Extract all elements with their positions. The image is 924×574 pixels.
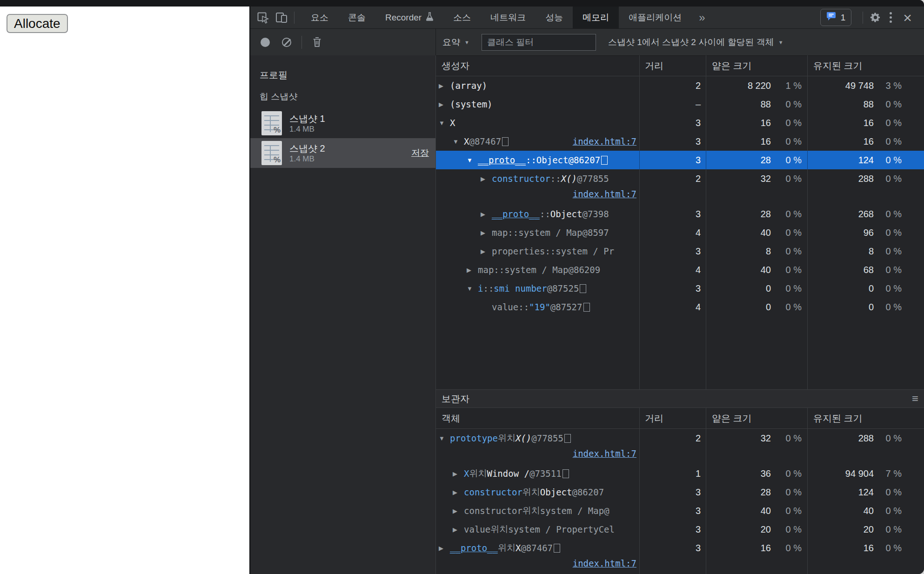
tab-요소[interactable]: 요소 [301,7,338,28]
hamburger-menu-icon[interactable]: ≡ [912,393,918,404]
constructor-row[interactable]: ▶map :: system / Map @862094400 %680 % [436,260,924,279]
expand-arrow-icon[interactable]: ▼ [453,138,464,145]
trash-icon[interactable] [312,37,322,47]
expand-arrow-icon[interactable]: ▼ [439,435,450,442]
constructor-row[interactable]: ▶__proto__ :: Object @73983280 %2680 % [436,205,924,223]
distance-cell: 3 [639,539,706,557]
retainer-row[interactable]: ▶constructor 위치 system / Map @3400 %400 … [436,501,924,520]
device-toolbar-icon[interactable] [275,12,288,24]
constructor-row[interactable]: ▶properties :: system / Pr380 %80 % [436,242,924,260]
inspect-element-icon[interactable] [257,12,269,24]
kebab-menu-icon[interactable] [890,12,892,23]
source-link[interactable]: index.html:7 [573,136,639,147]
collapse-arrow-icon[interactable]: ▶ [481,211,492,218]
shallow-size-percent: 0 % [771,151,802,169]
clear-icon[interactable] [282,38,291,47]
tab-네트워크[interactable]: 네트워크 [481,7,536,28]
source-link[interactable]: index.html:7 [573,189,636,199]
name-segment: X() [561,174,577,184]
close-icon[interactable]: × [900,10,915,25]
collapse-arrow-icon[interactable]: ▶ [453,507,464,514]
expand-arrow-icon[interactable]: ▼ [439,120,450,127]
retained-size-cell: 880 % [807,95,924,113]
expand-arrow-icon[interactable]: ▼ [467,157,478,164]
name-segment: @87467 [521,543,553,553]
collapse-arrow-icon[interactable]: ▶ [481,248,492,255]
retained-size-cell: 80 % [807,242,924,260]
name-segment: 위치 [490,523,508,535]
expand-arrow-icon[interactable]: ▼ [467,285,478,292]
retainer-row[interactable]: ▶constructor 위치 Object @862073280 %1240 … [436,483,924,501]
retained-size-percent: 0 % [874,279,902,298]
collapse-arrow-icon[interactable]: ▶ [467,267,478,274]
name-segment: 위치 [469,467,487,480]
issues-counter[interactable]: 1 [820,9,852,26]
retained-size-value: 288 [807,429,874,447]
name-segment: Object [536,155,569,165]
shallow-size-cell: 880 % [706,95,807,113]
name-segment: @87467 [469,136,501,147]
retainer-row[interactable]: ▶__proto__ 위치 X @87467 index.html:73160 … [436,539,924,574]
shallow-size-value: 40 [706,223,771,242]
tab-메모리[interactable]: 메모리 [573,7,619,28]
collapse-arrow-icon[interactable]: ▶ [481,229,492,236]
shallow-size-percent: 0 % [771,113,802,132]
constructor-row[interactable]: ▼__proto__ :: Object @86207 3280 %1240 % [436,151,924,169]
constructor-row[interactable]: ▶constructor :: X() @77855index.html:723… [436,169,924,205]
source-link[interactable]: index.html:7 [573,448,636,459]
constructor-row[interactable]: value :: "19" @87527 400 %00 % [436,298,924,316]
collapse-arrow-icon[interactable]: ▶ [481,175,492,182]
object-reveal-icon [583,303,590,312]
collapse-arrow-icon[interactable]: ▶ [439,101,450,108]
column-header-retained-size[interactable]: 유지된 크기 [807,60,924,72]
column-header-shallow-size[interactable]: 얕은 크기 [706,412,807,425]
column-header-shallow-size[interactable]: 얕은 크기 [706,60,807,72]
tab-콘솔[interactable]: 콘솔 [338,7,375,28]
retainer-row[interactable]: ▼prototype 위치 X() @77855 index.html:7232… [436,429,924,464]
name-cell: value :: "19" @87527 [436,298,639,316]
constructor-row[interactable]: ▼i :: smi number @87525 300 %00 % [436,279,924,298]
column-header-distance[interactable]: 거리 [639,412,706,425]
save-link[interactable]: 저장 [411,147,429,159]
constructor-row[interactable]: ▼X3160 %160 % [436,113,924,132]
record-icon[interactable] [261,38,270,47]
allocation-filter-select[interactable]: 스냅샷 1에서 스냅샷 2 사이에 할당된 객체 ▼ [608,36,783,48]
collapse-arrow-icon[interactable]: ▶ [439,82,450,89]
source-link[interactable]: index.html:7 [573,558,636,568]
gear-icon[interactable] [870,12,881,23]
distance-cell: 3 [639,483,706,501]
tab-애플리케이션[interactable]: 애플리케이션 [619,7,691,28]
collapse-arrow-icon[interactable]: ▶ [453,470,464,477]
name-segment: @87527 [550,302,583,312]
name-cell: ▶constructor 위치 Object @86207 [436,483,639,501]
class-filter-input[interactable] [482,34,596,51]
retainer-row[interactable]: ▶value 위치 system / PropertyCel3200 %200 … [436,520,924,539]
collapse-arrow-icon[interactable]: ▶ [439,545,450,552]
constructor-row[interactable]: ▼X @87467 index.html:73160 %160 % [436,132,924,151]
collapse-arrow-icon[interactable]: ▶ [453,489,464,496]
name-segment: :: [540,209,550,219]
tab-Recorder[interactable]: Recorder [375,7,443,28]
snapshot-list: 스냅샷 11.4 MB스냅샷 21.4 MB저장 [250,108,435,168]
column-header-distance[interactable]: 거리 [639,60,706,72]
tab-성능[interactable]: 성능 [536,7,573,28]
collapse-arrow-icon[interactable]: ▶ [453,526,464,533]
retained-size-value: 0 [807,279,874,298]
more-tabs-icon[interactable]: » [691,11,712,24]
perspective-select[interactable]: 요약 ▼ [442,36,469,48]
column-header-retained-size[interactable]: 유지된 크기 [807,412,924,425]
allocate-button[interactable]: Allocate [7,14,68,33]
tab-소스[interactable]: 소스 [443,7,481,28]
retained-size-cell: 00 % [807,279,924,298]
divider [863,12,863,24]
distance-cell: – [639,95,706,113]
constructor-row[interactable]: ▶(system)–880 %880 % [436,95,924,113]
column-header-constructor[interactable]: 생성자 [436,60,639,72]
retainer-row[interactable]: ▶X 위치 Window / @73511 1360 %94 9047 % [436,464,924,483]
constructor-row[interactable]: ▶map :: system / Map @85974400 %960 % [436,223,924,242]
snapshot-item-1[interactable]: 스냅샷 11.4 MB [250,108,435,138]
snapshot-item-2[interactable]: 스냅샷 21.4 MB저장 [250,138,435,168]
retained-size-percent: 0 % [874,151,902,169]
column-header-object[interactable]: 객체 [436,412,639,425]
constructor-row[interactable]: ▶(array)28 2201 %49 7483 % [436,76,924,95]
